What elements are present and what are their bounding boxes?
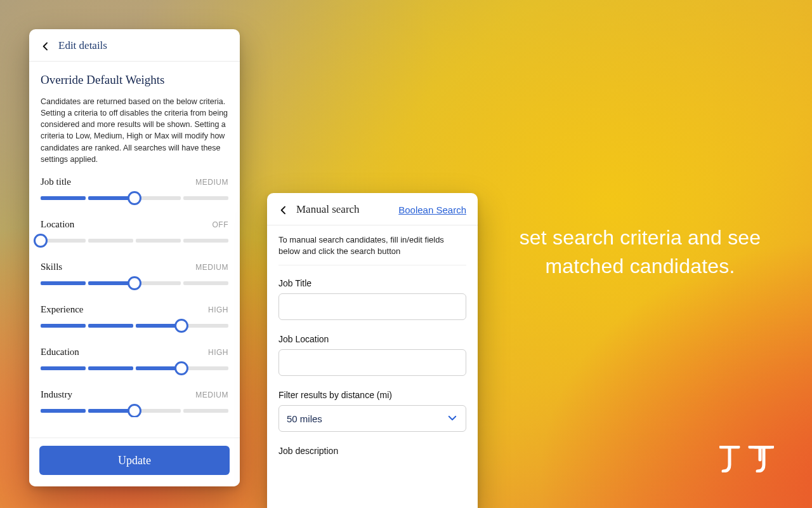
manual-search-panel: Manual search Boolean Search To manual s… (267, 193, 478, 508)
slider-thumb[interactable] (128, 276, 141, 290)
criteria-item: IndustryMEDIUM (41, 389, 228, 417)
brand-logo (719, 446, 774, 472)
weight-slider[interactable] (41, 276, 228, 290)
criteria-label: Education (41, 347, 79, 358)
criteria-label: Experience (41, 304, 83, 315)
slider-thumb[interactable] (174, 319, 188, 333)
back-icon[interactable] (41, 41, 49, 50)
section-heading: Override Default Weights (41, 73, 228, 87)
edit-details-panel: Edit details Override Default Weights Ca… (29, 29, 240, 486)
slider-thumb[interactable] (128, 404, 141, 417)
distance-value: 50 miles (287, 413, 322, 424)
distance-select[interactable]: 50 miles (278, 405, 466, 432)
weight-slider[interactable] (41, 404, 228, 417)
weight-slider[interactable] (41, 191, 228, 205)
back-icon[interactable] (278, 205, 287, 214)
criteria-level: MEDIUM (195, 391, 228, 399)
criteria-item: ExperienceHIGH (41, 304, 228, 333)
slider-thumb[interactable] (128, 191, 141, 205)
criteria-item: EducationHIGH (41, 347, 228, 375)
criteria-level: MEDIUM (195, 178, 228, 187)
criteria-label: Location (41, 219, 74, 230)
boolean-search-link[interactable]: Boolean Search (398, 204, 466, 215)
criteria-level: HIGH (208, 305, 228, 314)
criteria-item: SkillsMEDIUM (41, 262, 228, 290)
job-location-label: Job Location (278, 334, 466, 344)
slider-thumb[interactable] (34, 234, 48, 248)
search-instructions: To manual search candidates, fill in/edi… (278, 234, 466, 265)
job-description-label: Job description (278, 446, 466, 456)
criteria-level: MEDIUM (195, 263, 228, 272)
criteria-level: HIGH (208, 348, 228, 357)
panel-header: Manual search Boolean Search (267, 193, 478, 225)
criteria-level: OFF (213, 220, 229, 229)
criteria-label: Job title (41, 177, 71, 187)
criteria-label: Industry (41, 389, 72, 400)
panel-header: Edit details (29, 29, 240, 62)
criteria-item: Job titleMEDIUM (41, 177, 228, 205)
criteria-label: Skills (41, 262, 62, 272)
slider-thumb[interactable] (174, 361, 188, 375)
job-location-input[interactable] (278, 349, 466, 376)
criteria-item: LocationOFF (41, 219, 228, 248)
marketing-headline: set search criteria and see matched cand… (504, 224, 776, 281)
weight-slider[interactable] (41, 361, 228, 375)
section-description: Candidates are returned based on the bel… (41, 96, 228, 165)
panel-title: Manual search (296, 203, 360, 216)
distance-label: Filter results by distance (mi) (278, 390, 466, 400)
job-title-input[interactable] (278, 293, 466, 320)
weight-slider[interactable] (41, 234, 228, 248)
job-title-label: Job Title (278, 278, 466, 288)
panel-title: Edit details (58, 39, 107, 52)
weight-slider[interactable] (41, 319, 228, 333)
update-button[interactable]: Update (39, 446, 230, 475)
chevron-down-icon (447, 412, 458, 425)
